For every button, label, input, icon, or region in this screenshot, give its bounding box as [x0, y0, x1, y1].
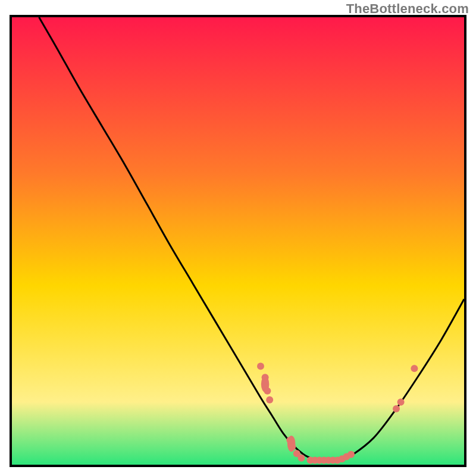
marker-dot — [262, 374, 269, 381]
gradient-background — [12, 17, 464, 465]
marker-dot — [411, 365, 418, 372]
marker-dot — [298, 455, 305, 462]
marker-dot — [286, 437, 293, 444]
marker-dot — [347, 451, 355, 458]
marker-dot — [397, 399, 405, 406]
marker-dot — [264, 387, 271, 394]
chart-svg — [12, 17, 464, 465]
marker-dot — [257, 363, 264, 370]
marker-dot — [266, 396, 273, 403]
marker-dot — [289, 443, 296, 450]
marker-dot — [393, 405, 400, 412]
plot-area — [10, 15, 466, 467]
chart-stage: TheBottleneck.com — [0, 0, 476, 476]
